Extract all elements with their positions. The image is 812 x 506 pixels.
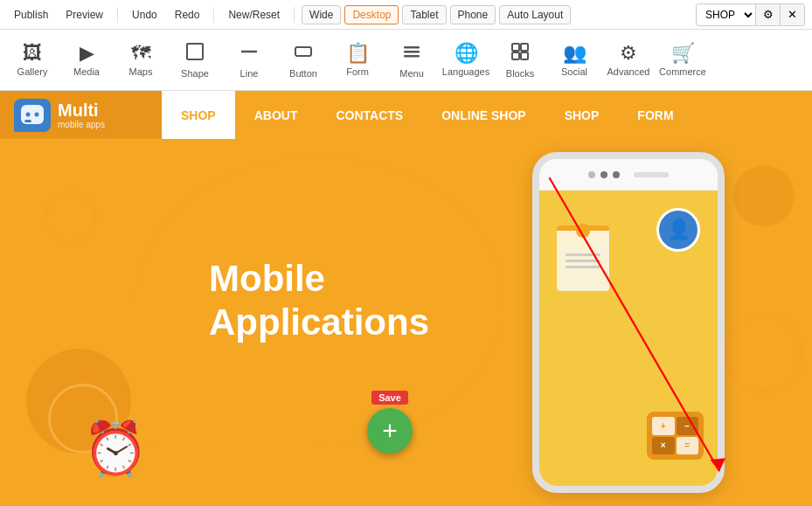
phone-dot-1 <box>588 171 595 178</box>
gallery-label: Gallery <box>17 66 48 77</box>
social-icon: 👥 <box>563 44 586 63</box>
tool-gallery[interactable]: 🖼 Gallery <box>7 34 58 87</box>
nav-item-shop[interactable]: SHOP <box>162 91 235 139</box>
phone-dot-3 <box>613 171 620 178</box>
maps-label: Maps <box>129 66 153 77</box>
tool-media[interactable]: ▶ Media <box>61 34 112 87</box>
svg-rect-3 <box>404 46 420 49</box>
close-button[interactable]: ✕ <box>780 4 804 25</box>
svg-rect-7 <box>521 44 528 51</box>
add-button-wrap: Save + <box>367 391 413 454</box>
tool-blocks[interactable]: Blocks <box>495 34 545 87</box>
tool-shape[interactable]: Shape <box>170 34 220 87</box>
menu-label: Menu <box>399 68 424 79</box>
notepad-pin <box>576 224 590 238</box>
tool-button[interactable]: Button <box>278 34 329 87</box>
shape-icon <box>185 42 205 65</box>
tool-languages[interactable]: 🌐 Languages <box>441 34 491 87</box>
languages-icon: 🌐 <box>455 44 478 63</box>
toolbar: 🖼 Gallery ▶ Media 🗺 Maps Shape Line Butt… <box>0 30 812 91</box>
site-logo: Multi mobile apps <box>0 91 162 139</box>
undo-button[interactable]: Undo <box>125 5 164 24</box>
shop-selector[interactable]: SHOP ⚙ ✕ <box>696 3 805 26</box>
svg-point-12 <box>35 112 39 116</box>
notepad-line-3 <box>566 266 600 268</box>
hero-title-line2: Applications <box>209 302 429 343</box>
svg-rect-6 <box>512 44 519 51</box>
svg-point-11 <box>26 112 31 116</box>
tool-line[interactable]: Line <box>224 34 274 87</box>
form-icon: 📋 <box>346 44 370 63</box>
hero-title: Mobile Applications <box>174 231 464 371</box>
nav-item-form[interactable]: FORM <box>618 91 692 139</box>
deco-outline-2 <box>44 191 96 244</box>
nav-item-contacts[interactable]: CONTACTS <box>316 91 422 139</box>
nav-item-shop2[interactable]: SHOP <box>545 91 619 139</box>
commerce-icon: 🛒 <box>671 44 695 63</box>
line-label: Line <box>240 68 259 79</box>
site-nav: Multi mobile apps SHOP ABOUT CONTACTS ON… <box>0 91 812 139</box>
separator-2 <box>213 7 214 23</box>
tool-advanced[interactable]: ⚙ Advanced <box>603 34 654 87</box>
svg-rect-8 <box>512 52 519 59</box>
add-icon: + <box>382 416 398 446</box>
newreset-button[interactable]: New/Reset <box>221 5 287 24</box>
top-bar: Publish Preview Undo Redo New/Reset Wide… <box>0 0 812 30</box>
logo-icon <box>14 99 51 132</box>
svg-rect-4 <box>404 51 420 53</box>
hero-title-line1: Mobile <box>209 258 325 299</box>
phone-mockup: 👤 + − × = <box>532 152 725 493</box>
deco-outline-3 <box>725 314 803 392</box>
tool-menu[interactable]: Menu <box>386 34 437 87</box>
maps-icon: 🗺 <box>131 44 150 63</box>
calc-btn-minus: − <box>677 417 699 435</box>
view-desktop-button[interactable]: Desktop <box>344 5 399 24</box>
media-icon: ▶ <box>80 44 94 63</box>
phone-calculator: + − × = <box>647 412 704 460</box>
advanced-label: Advanced <box>607 66 650 77</box>
view-tablet-button[interactable]: Tablet <box>402 5 446 24</box>
phone-notepad <box>557 225 609 291</box>
site-wrapper: Multi mobile apps SHOP ABOUT CONTACTS ON… <box>0 91 812 506</box>
gallery-icon: 🖼 <box>23 44 42 63</box>
tool-form[interactable]: 📋 Form <box>332 34 383 87</box>
social-label: Social <box>561 66 587 77</box>
tool-social[interactable]: 👥 Social <box>549 34 600 87</box>
form-label: Form <box>346 66 369 77</box>
separator-3 <box>294 7 295 23</box>
blocks-label: Blocks <box>506 68 534 79</box>
tool-commerce[interactable]: 🛒 Commerce <box>657 34 708 87</box>
commerce-label: Commerce <box>659 66 706 77</box>
publish-button[interactable]: Publish <box>7 5 55 24</box>
svg-rect-2 <box>295 47 311 56</box>
notepad-line-1 <box>566 253 600 256</box>
nav-items: SHOP ABOUT CONTACTS ONLINE SHOP SHOP FOR… <box>162 91 812 139</box>
nav-item-about[interactable]: ABOUT <box>235 91 317 139</box>
svg-rect-0 <box>187 44 203 59</box>
calc-btn-mult: × <box>652 437 675 455</box>
canvas: Multi mobile apps SHOP ABOUT CONTACTS ON… <box>0 91 812 506</box>
media-label: Media <box>73 66 100 77</box>
separator-1 <box>117 7 118 23</box>
shop-select-dropdown[interactable]: SHOP <box>697 5 755 24</box>
add-button[interactable]: + <box>367 408 413 454</box>
line-icon <box>239 42 259 65</box>
save-badge[interactable]: Save <box>371 391 408 405</box>
redo-button[interactable]: Redo <box>168 5 207 24</box>
phone-top <box>539 159 718 191</box>
shape-label: Shape <box>181 68 209 79</box>
gear-button[interactable]: ⚙ <box>755 4 780 25</box>
preview-button[interactable]: Preview <box>59 5 110 24</box>
hero-speech-bubble: Mobile Applications <box>135 156 503 445</box>
svg-rect-5 <box>404 55 420 58</box>
view-phone-button[interactable]: Phone <box>450 5 496 24</box>
view-wide-button[interactable]: Wide <box>302 5 341 24</box>
view-autolayout-button[interactable]: Auto Layout <box>499 5 571 24</box>
nav-item-online-shop[interactable]: ONLINE SHOP <box>422 91 545 139</box>
button-label: Button <box>289 68 317 79</box>
tool-maps[interactable]: 🗺 Maps <box>115 34 166 87</box>
svg-rect-9 <box>521 52 528 59</box>
hero-section: Mobile Applications <box>0 139 812 506</box>
calc-btn-plus: + <box>652 417 675 435</box>
advanced-icon: ⚙ <box>620 44 637 63</box>
